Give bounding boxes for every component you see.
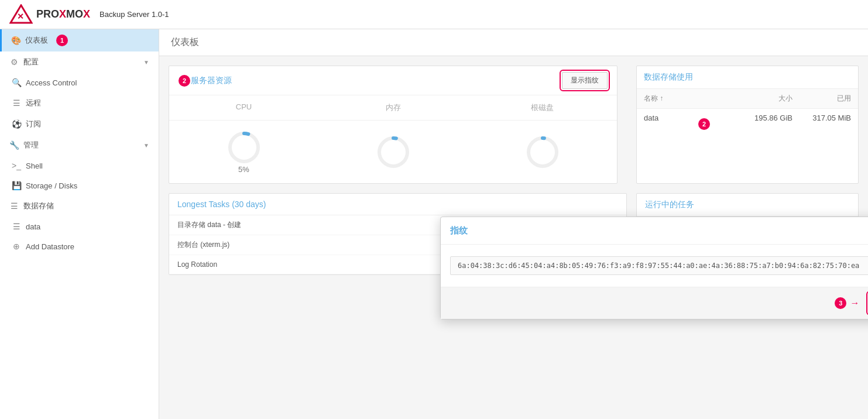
server-resources-label: 服务器资源 [191, 75, 232, 86]
sidebar-subscription-label: 订阅 [26, 119, 41, 129]
svg-point-6 [529, 138, 557, 166]
badge-2-container: 2 [698, 118, 710, 130]
sidebar-item-data[interactable]: ☰ data [0, 217, 159, 236]
content-header: 仪表板 [159, 29, 868, 56]
ds-col-name: 名称 ↑ [644, 94, 722, 104]
badge-1: 1 [56, 35, 68, 46]
header: ✕ PROXMOX Backup Server 1.0-1 [0, 0, 868, 29]
sidebar-add-datastore-label: Add Datastore [26, 242, 74, 251]
logo-prox: PROXMOX [36, 8, 90, 20]
badge-2: 2 [179, 75, 190, 87]
sidebar-shell-label: Shell [26, 162, 43, 170]
sidebar-data-label: data [26, 222, 40, 231]
server-resources-header: ☰ 服务器资源 显示指纹 2 [169, 66, 617, 95]
sidebar-section-config[interactable]: ⚙ 配置 ▼ [0, 51, 159, 73]
svg-point-2 [230, 133, 258, 162]
ds-name-data: data [644, 114, 722, 122]
storage-disks-icon: 💾 [12, 181, 21, 190]
sidebar-item-shell[interactable]: >_ Shell [0, 156, 159, 176]
dialog-header: 指纹 ⊗ [441, 217, 868, 245]
sidebar-dashboard-label: 仪表板 [25, 35, 48, 46]
sidebar-item-access-control[interactable]: 🔍 Access Control [0, 73, 159, 92]
subscription-icon: ⚽ [12, 119, 21, 129]
data-storage-title: 数据存储使用 [637, 66, 858, 89]
management-icon: 🔧 [9, 140, 19, 150]
svg-text:✕: ✕ [17, 12, 24, 21]
sidebar-storage-disks-label: Storage / Disks [26, 181, 77, 190]
sidebar-remote-label: 远程 [26, 98, 41, 108]
root-disk-header: 根磁盘 [468, 95, 617, 121]
dialog-body [441, 245, 868, 287]
badge-3-area: 3 → [835, 297, 859, 309]
logo: ✕ PROXMOX Backup Server 1.0-1 [9, 4, 169, 25]
config-arrow-icon: ▼ [143, 59, 149, 66]
remote-icon: ☰ [12, 98, 21, 108]
app-container: ✕ PROXMOX Backup Server 1.0-1 🎨 仪表板 1 ⚙ … [0, 0, 868, 419]
sidebar-section-management[interactable]: 🔧 管理 ▼ [0, 135, 159, 156]
memory-value-cell [318, 121, 468, 183]
sidebar-access-control-label: Access Control [26, 78, 77, 87]
ds-size-data: 195.86 GiB [722, 114, 792, 122]
ds-used-data: 317.05 MiB [792, 114, 851, 122]
datastorage-icon: ☰ [9, 201, 19, 211]
cpu-percent: 5% [238, 165, 249, 174]
arrow-icon: → [850, 298, 859, 308]
sidebar-item-dashboard[interactable]: 🎨 仪表板 1 [0, 29, 159, 51]
management-arrow-icon: ▼ [143, 142, 149, 149]
cpu-header: CPU [169, 95, 318, 121]
cpu-chart [227, 130, 262, 165]
ds-col-used: 已用 [792, 94, 851, 104]
sidebar-datastorage-label: 数据存储 [23, 201, 54, 211]
top-row: ☰ 服务器资源 显示指纹 2 CPU 内存 根磁盘 [169, 66, 859, 184]
sidebar: 🎨 仪表板 1 ⚙ 配置 ▼ 🔍 Access Control ☰ 远程 [0, 29, 159, 419]
fingerprint-dialog: 指纹 ⊗ 3 → ⧉ 拷贝 Ok [440, 217, 868, 320]
sidebar-section-datastorage[interactable]: ☰ 数据存储 [0, 195, 159, 217]
sidebar-item-add-datastore[interactable]: ⊕ Add Datastore [0, 236, 159, 256]
sidebar-item-remote[interactable]: ☰ 远程 [0, 92, 159, 114]
show-fingerprint-button[interactable]: 显示指纹 [562, 72, 608, 89]
main-area: 🎨 仪表板 1 ⚙ 配置 ▼ 🔍 Access Control ☰ 远程 [0, 29, 868, 419]
data-icon: ☰ [12, 222, 21, 231]
server-resources-card: ☰ 服务器资源 显示指纹 2 CPU 内存 根磁盘 [169, 66, 617, 184]
config-icon: ⚙ [9, 57, 19, 67]
data-storage-card: 数据存储使用 名称 ↑ 大小 已用 data 195.86 GiB 317.05… [636, 66, 859, 184]
badge-3: 3 [835, 297, 846, 309]
access-control-icon: 🔍 [12, 78, 21, 87]
page-title: 仪表板 [171, 37, 199, 47]
root-disk-value-cell [468, 121, 617, 183]
sidebar-config-label: 配置 [23, 57, 39, 67]
memory-header: 内存 [318, 95, 468, 121]
ds-table-header: 名称 ↑ 大小 已用 [637, 89, 858, 109]
proxmox-logo-icon: ✕ [9, 4, 33, 25]
ds-col-size: 大小 [722, 94, 792, 104]
product-name: Backup Server 1.0-1 [100, 10, 169, 19]
root-disk-chart [525, 135, 560, 170]
resource-table: CPU 内存 根磁盘 5% [169, 95, 617, 183]
add-datastore-icon: ⊕ [12, 242, 21, 251]
sidebar-item-storage-disks[interactable]: 💾 Storage / Disks [0, 176, 159, 195]
badge-2: 2 [698, 118, 710, 130]
dashboard-icon: 🎨 [11, 36, 20, 45]
svg-point-4 [379, 138, 407, 166]
cpu-value-cell: 5% [169, 121, 318, 183]
memory-chart [376, 135, 411, 170]
dialog-footer: 3 → ⧉ 拷贝 Ok [441, 287, 868, 319]
sidebar-item-subscription[interactable]: ⚽ 订阅 [0, 114, 159, 135]
shell-icon: >_ [12, 161, 21, 170]
fingerprint-input[interactable] [450, 256, 868, 275]
content-area: 仪表板 ☰ 服务器资源 显示指纹 2 CPU [159, 29, 868, 419]
longest-tasks-title: Longest Tasks (30 days) [169, 194, 626, 215]
dialog-title: 指纹 [450, 225, 468, 236]
ds-row-data: data 195.86 GiB 317.05 MiB [637, 109, 858, 127]
sidebar-management-label: 管理 [23, 140, 39, 150]
running-tasks-title: 运行中的任务 [637, 194, 858, 217]
